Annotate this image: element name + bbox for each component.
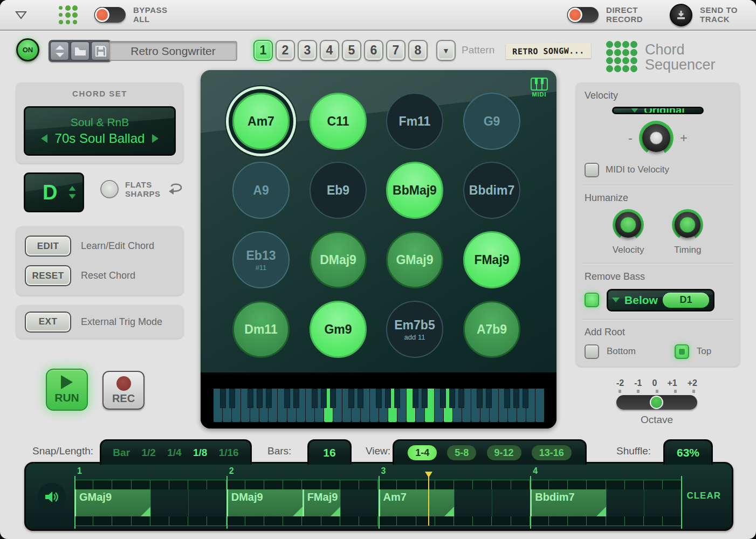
- remove-bass-checkbox[interactable]: [585, 293, 599, 307]
- chord-pad-BbMaj9[interactable]: BbMaj9: [386, 162, 443, 219]
- black-key-19[interactable]: [394, 389, 400, 408]
- black-key-8[interactable]: [293, 389, 299, 408]
- snap-option-1/16[interactable]: 1/16: [219, 447, 239, 459]
- chord-pad-A7b9[interactable]: A7b9: [463, 301, 520, 358]
- direct-record-toggle[interactable]: [567, 7, 599, 23]
- midi-to-velocity-checkbox[interactable]: [585, 163, 599, 177]
- humanize-timing-knob[interactable]: [672, 209, 703, 240]
- black-key-29[interactable]: [486, 389, 492, 408]
- white-key-35[interactable]: [535, 389, 544, 422]
- audition-button[interactable]: [38, 483, 66, 511]
- black-key-10[interactable]: [312, 389, 318, 408]
- chord-block-Am7[interactable]: Am7: [379, 489, 455, 516]
- pattern-button-8[interactable]: 8: [408, 40, 428, 61]
- chord-pad-FMaj9[interactable]: FMaj9: [463, 231, 520, 288]
- chord-pad-G9[interactable]: G9: [463, 93, 520, 150]
- flats-sharps-button[interactable]: [100, 180, 119, 198]
- key-down-arrow[interactable]: [69, 194, 76, 199]
- preset-save-button[interactable]: [91, 42, 110, 60]
- playhead[interactable]: [428, 472, 429, 526]
- pattern-dropdown-button[interactable]: ▼: [436, 40, 456, 61]
- shuffle-value[interactable]: 63%: [663, 439, 713, 465]
- black-key-1[interactable]: [229, 389, 235, 408]
- black-key-17[interactable]: [376, 389, 382, 408]
- chord-set-prev-arrow[interactable]: [41, 134, 47, 143]
- chord-block-GMaj9[interactable]: GMaj9: [74, 489, 150, 516]
- black-key-11[interactable]: [321, 389, 327, 408]
- pattern-button-2[interactable]: 2: [276, 40, 295, 61]
- snap-option-Bar[interactable]: Bar: [113, 447, 130, 459]
- black-key-21[interactable]: [413, 389, 418, 408]
- pattern-button-7[interactable]: 7: [386, 40, 406, 61]
- view-option-5-8[interactable]: 5-8: [447, 445, 476, 460]
- black-key-12[interactable]: [330, 389, 336, 408]
- chord-pad-DMaj9[interactable]: DMaj9: [310, 231, 367, 288]
- chord-block-FMaj9[interactable]: FMaj9: [303, 489, 340, 516]
- chord-pad-Dm11[interactable]: Dm11: [232, 301, 290, 358]
- octave-slider-thumb[interactable]: [650, 396, 663, 409]
- view-option-9-12[interactable]: 9-12: [487, 445, 521, 460]
- black-key-14[interactable]: [348, 389, 354, 408]
- black-key-18[interactable]: [385, 389, 391, 408]
- bars-value[interactable]: 16: [307, 439, 352, 465]
- black-key-3[interactable]: [248, 389, 253, 408]
- chord-pad-Eb13[interactable]: Eb13#11: [232, 231, 290, 288]
- chord-pad-Em7b5[interactable]: Em7b5add 11: [386, 301, 443, 358]
- disclosure-triangle-icon[interactable]: [15, 11, 27, 19]
- preset-prev-next-button[interactable]: [50, 42, 69, 60]
- chord-pad-GMaj9[interactable]: GMaj9: [386, 231, 443, 288]
- velocity-knob[interactable]: [639, 121, 673, 155]
- pattern-name-tape[interactable]: RETRO SONGW...: [506, 43, 591, 59]
- edit-button[interactable]: EDIT: [25, 236, 71, 257]
- black-key-32[interactable]: [513, 389, 519, 408]
- black-key-25[interactable]: [449, 389, 455, 408]
- remove-bass-dropdown[interactable]: Below D1: [607, 289, 714, 312]
- pattern-button-3[interactable]: 3: [298, 40, 317, 61]
- black-key-26[interactable]: [458, 389, 464, 408]
- view-option-13-16[interactable]: 13-16: [532, 445, 572, 460]
- remove-bass-note[interactable]: D1: [663, 293, 709, 308]
- black-key-7[interactable]: [284, 389, 290, 408]
- reset-button[interactable]: RESET: [25, 265, 71, 286]
- chord-pad-Eb9[interactable]: Eb9: [310, 162, 367, 219]
- black-key-15[interactable]: [358, 389, 363, 408]
- chord-set-next-arrow[interactable]: [152, 134, 159, 143]
- chord-pad-C11[interactable]: C11: [310, 93, 367, 150]
- run-button[interactable]: RUN: [46, 369, 88, 411]
- rec-button[interactable]: REC: [102, 371, 145, 410]
- add-root-bottom-checkbox[interactable]: [585, 344, 599, 359]
- humanize-velocity-knob[interactable]: [613, 209, 644, 240]
- black-key-22[interactable]: [422, 389, 428, 408]
- velocity-mode-dropdown[interactable]: Original: [612, 107, 704, 114]
- timeline-grid[interactable]: 1234GMaj9DMaj9FMaj9Am7Bbdim7: [74, 480, 682, 526]
- ext-button[interactable]: EXT: [25, 312, 71, 333]
- preset-load-button[interactable]: [71, 42, 90, 60]
- chord-pad-A9[interactable]: A9: [232, 162, 290, 219]
- chord-block-DMaj9[interactable]: DMaj9: [226, 489, 303, 516]
- snap-option-1/2[interactable]: 1/2: [141, 447, 155, 459]
- pattern-button-6[interactable]: 6: [364, 40, 383, 61]
- snap-option-1/8[interactable]: 1/8: [193, 447, 207, 459]
- black-key-0[interactable]: [220, 389, 226, 408]
- black-key-5[interactable]: [266, 389, 272, 408]
- pattern-button-4[interactable]: 4: [320, 40, 339, 61]
- add-root-top-checkbox[interactable]: [675, 344, 689, 359]
- black-key-31[interactable]: [504, 389, 510, 408]
- chord-block-Bbdim7[interactable]: Bbdim7: [530, 489, 606, 516]
- bypass-all-toggle[interactable]: [94, 7, 126, 23]
- octave-slider[interactable]: [616, 395, 697, 410]
- key-selector[interactable]: D: [24, 172, 84, 212]
- clear-button[interactable]: CLEAR: [686, 490, 721, 501]
- snap-option-1/4[interactable]: 1/4: [167, 447, 181, 459]
- pattern-button-5[interactable]: 5: [342, 40, 361, 61]
- black-key-33[interactable]: [523, 389, 528, 408]
- power-button[interactable]: ON: [16, 38, 39, 61]
- black-key-4[interactable]: [257, 389, 263, 408]
- chord-pad-Gm9[interactable]: Gm9: [310, 301, 367, 358]
- chord-pad-Fm11[interactable]: Fm11: [386, 93, 443, 150]
- chord-pad-Am7[interactable]: Am7: [232, 93, 290, 150]
- send-to-track-button[interactable]: [670, 4, 692, 26]
- key-up-arrow[interactable]: [69, 186, 76, 191]
- pattern-button-1[interactable]: 1: [253, 40, 273, 61]
- view-option-1-4[interactable]: 1-4: [408, 445, 437, 460]
